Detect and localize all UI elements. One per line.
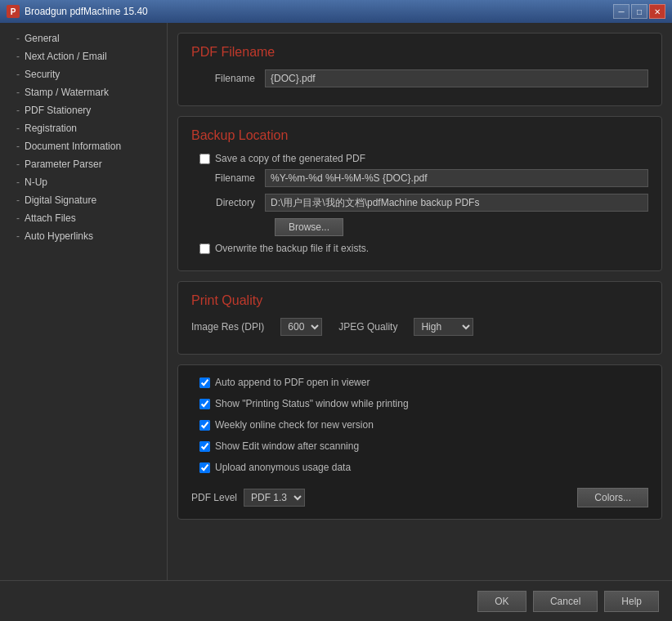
content-area: PDF Filename Filename Backup Location Sa… (168, 23, 672, 580)
options-section: Auto append to PDF open in viewer Show "… (177, 364, 662, 520)
sidebar-label-pdf-stationery: PDF Stationery (25, 105, 91, 116)
upload-usage-checkbox[interactable] (199, 462, 210, 473)
backup-filename-input[interactable] (265, 169, 648, 187)
sidebar-label-attach-files: Attach Files (25, 212, 76, 224)
auto-append-row: Auto append to PDF open in viewer (191, 377, 648, 388)
sidebar-label-parameter-parser: Parameter Parser (25, 159, 102, 170)
pdf-level-row: PDF Level PDF 1.3 PDF 1.4 PDF 1.5 PDF 1.… (191, 488, 648, 507)
sidebar-item-auto-hyperlinks[interactable]: Auto Hyperlinks (0, 227, 167, 245)
sidebar-item-digital-signature[interactable]: Digital Signature (0, 191, 167, 209)
sidebar-label-nup: N-Up (25, 176, 47, 188)
printing-status-label: Show "Printing Status" window while prin… (215, 398, 409, 409)
footer: OK Cancel Help (0, 580, 672, 621)
print-quality-section: Print Quality Image Res (DPI) 600 300 15… (177, 281, 662, 355)
image-dpi-label: Image Res (DPI) (191, 321, 264, 333)
sidebar-item-nup[interactable]: N-Up (0, 173, 167, 191)
sidebar-label-stamp: Stamp / Watermark (25, 87, 109, 98)
filename-row: Filename (191, 69, 648, 87)
sidebar-item-pdf-stationery[interactable]: PDF Stationery (0, 101, 167, 119)
weekly-check-checkbox[interactable] (199, 420, 210, 431)
colors-button[interactable]: Colors... (577, 488, 648, 507)
backup-filename-label: Filename (191, 172, 265, 184)
backup-directory-row: Directory (191, 194, 648, 212)
sidebar: General Next Action / Email Security Sta… (0, 23, 168, 580)
auto-append-label: Auto append to PDF open in viewer (215, 377, 370, 388)
weekly-check-label: Weekly online check for new version (215, 419, 374, 431)
pdf-level-label: PDF Level (191, 492, 237, 503)
sidebar-item-parameter-parser[interactable]: Parameter Parser (0, 155, 167, 173)
backup-location-section: Backup Location Save a copy of the gener… (177, 116, 662, 271)
filename-input[interactable] (265, 69, 648, 87)
backup-filename-row: Filename (191, 169, 648, 187)
window-controls: ─ □ ✕ (613, 4, 665, 19)
pdf-level-select[interactable]: PDF 1.3 PDF 1.4 PDF 1.5 PDF 1.6 (244, 489, 305, 507)
help-button[interactable]: Help (604, 591, 659, 612)
save-copy-label: Save a copy of the generated PDF (215, 153, 365, 164)
upload-usage-label: Upload anonymous usage data (215, 462, 351, 473)
pdf-filename-section: PDF Filename Filename (177, 33, 662, 106)
backup-location-title: Backup Location (191, 128, 648, 143)
sidebar-label-security: Security (25, 69, 60, 80)
cancel-button[interactable]: Cancel (533, 591, 598, 612)
sidebar-item-registration[interactable]: Registration (0, 119, 167, 137)
print-quality-title: Print Quality (191, 293, 648, 308)
minimize-button[interactable]: ─ (613, 4, 629, 19)
print-quality-row: Image Res (DPI) 600 300 150 72 JPEG Qual… (191, 318, 648, 336)
sidebar-label-next-action: Next Action / Email (25, 51, 107, 62)
overwrite-row: Overwrite the backup file if it exists. (191, 243, 648, 254)
sidebar-label-registration: Registration (25, 123, 77, 134)
sidebar-label-auto-hyperlinks: Auto Hyperlinks (25, 230, 93, 242)
save-copy-row: Save a copy of the generated PDF (191, 153, 648, 164)
app-title: Broadgun pdfMachine 15.40 (25, 6, 148, 17)
sidebar-item-next-action[interactable]: Next Action / Email (0, 47, 167, 65)
auto-append-checkbox[interactable] (199, 378, 210, 388)
printing-status-row: Show "Printing Status" window while prin… (191, 398, 648, 409)
sidebar-label-digital-signature: Digital Signature (25, 194, 96, 206)
sidebar-label-document-info: Document Information (25, 141, 121, 152)
sidebar-item-security[interactable]: Security (0, 65, 167, 83)
maximize-button[interactable]: □ (631, 4, 647, 19)
sidebar-item-document-info[interactable]: Document Information (0, 137, 167, 155)
pdf-filename-title: PDF Filename (191, 45, 648, 60)
overwrite-label: Overwrite the backup file if it exists. (215, 243, 369, 254)
upload-usage-row: Upload anonymous usage data (191, 462, 648, 473)
show-edit-label: Show Edit window after scanning (215, 440, 359, 452)
backup-directory-label: Directory (191, 197, 265, 208)
app-icon: P (7, 5, 20, 18)
save-copy-checkbox[interactable] (199, 154, 210, 164)
title-bar: P Broadgun pdfMachine 15.40 ─ □ ✕ (0, 0, 672, 23)
ok-button[interactable]: OK (477, 591, 526, 612)
sidebar-item-general[interactable]: General (0, 29, 167, 47)
show-edit-checkbox[interactable] (199, 441, 210, 452)
overwrite-checkbox[interactable] (199, 243, 210, 254)
browse-button[interactable]: Browse... (275, 218, 343, 236)
jpeg-quality-label: JPEG Quality (338, 321, 397, 333)
image-dpi-select[interactable]: 600 300 150 72 (280, 318, 322, 336)
weekly-check-row: Weekly online check for new version (191, 419, 648, 431)
sidebar-item-stamp[interactable]: Stamp / Watermark (0, 83, 167, 101)
printing-status-checkbox[interactable] (199, 399, 210, 409)
pdf-level-left: PDF Level PDF 1.3 PDF 1.4 PDF 1.5 PDF 1.… (191, 489, 305, 507)
sidebar-item-attach-files[interactable]: Attach Files (0, 209, 167, 227)
filename-label: Filename (191, 73, 265, 84)
main-container: General Next Action / Email Security Sta… (0, 23, 672, 580)
jpeg-quality-select[interactable]: High Medium Low (414, 318, 473, 336)
sidebar-label-general: General (25, 33, 60, 44)
close-button[interactable]: ✕ (649, 4, 665, 19)
show-edit-row: Show Edit window after scanning (191, 440, 648, 452)
options-checkboxes: Auto append to PDF open in viewer Show "… (191, 377, 648, 478)
backup-directory-input[interactable] (265, 194, 648, 212)
